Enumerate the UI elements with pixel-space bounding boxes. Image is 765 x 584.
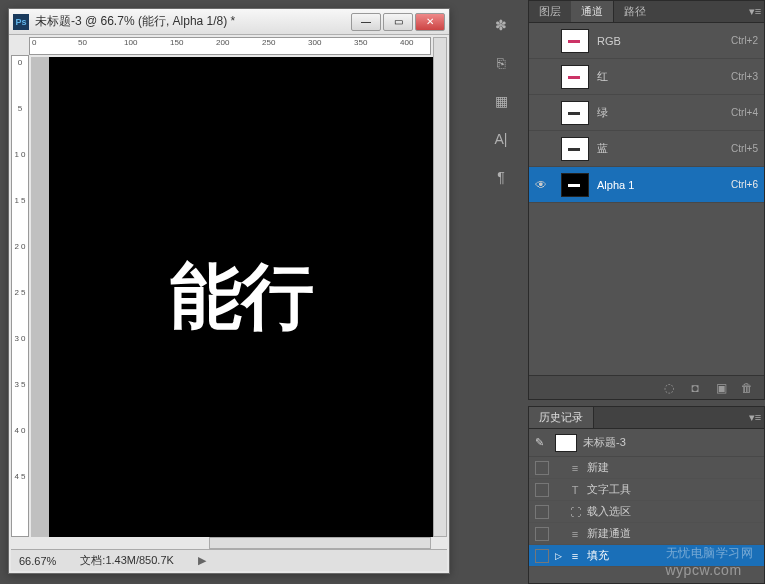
channel-list: RGB Ctrl+2 红 Ctrl+3 绿 Ctrl+4 蓝 Ctrl+5 👁 … — [529, 23, 764, 203]
panel-tabs: 历史记录 ▾≡ — [529, 407, 764, 429]
canvas-text: 能行 — [170, 249, 314, 345]
channel-thumbnail[interactable] — [561, 173, 589, 197]
panel-tabs: 图层 通道 路径 ▾≡ — [529, 1, 764, 23]
canvas-viewport[interactable]: 能行 — [31, 57, 431, 537]
channel-name: RGB — [597, 35, 731, 47]
channel-name: Alpha 1 — [597, 179, 731, 191]
history-step[interactable]: ▷ ≡ 填充 — [529, 545, 764, 567]
ruler-horizontal[interactable]: 0501001502002503003504004505005506 — [29, 37, 431, 55]
channel-shortcut: Ctrl+4 — [731, 107, 758, 118]
channel-thumbnail[interactable] — [561, 101, 589, 125]
channel-thumbnail[interactable] — [561, 65, 589, 89]
minimize-button[interactable]: — — [351, 13, 381, 31]
document-icon: ≡ — [567, 550, 583, 562]
history-step-label: 新建 — [587, 460, 609, 475]
brush-panel-icon[interactable]: ✽ — [490, 14, 512, 36]
window-title: 未标题-3 @ 66.7% (能行, Alpha 1/8) * — [35, 13, 351, 30]
titlebar[interactable]: Ps 未标题-3 @ 66.7% (能行, Alpha 1/8) * — ▭ ✕ — [9, 9, 449, 35]
brush-icon: ✎ — [535, 436, 549, 449]
history-step-label: 填充 — [587, 548, 609, 563]
save-selection-icon[interactable]: ◘ — [686, 379, 704, 397]
history-step-label: 文字工具 — [587, 482, 631, 497]
text-tool-icon: T — [567, 484, 583, 496]
history-step[interactable]: ⛶ 载入选区 — [529, 501, 764, 523]
history-list: ≡ 新建 T 文字工具 ⛶ 载入选区 ≡ 新建通道 ▷ ≡ 填充 — [529, 457, 764, 567]
status-bar: 66.67% 文档:1.43M/850.7K ▶ — [11, 549, 447, 571]
delete-channel-icon[interactable]: 🗑 — [738, 379, 756, 397]
window-controls: — ▭ ✕ — [351, 13, 445, 31]
character-panel-icon[interactable]: A| — [490, 128, 512, 150]
status-arrow-icon[interactable]: ▶ — [198, 554, 206, 567]
selection-icon: ⛶ — [567, 506, 583, 518]
channels-panel-footer: ◌ ◘ ▣ 🗑 — [529, 375, 764, 399]
channel-row-rgb[interactable]: RGB Ctrl+2 — [529, 23, 764, 59]
history-panel: 历史记录 ▾≡ ✎ 未标题-3 ≡ 新建 T 文字工具 ⛶ 载入选区 ≡ — [528, 406, 765, 584]
tab-channels[interactable]: 通道 — [571, 1, 614, 22]
history-step[interactable]: ≡ 新建 — [529, 457, 764, 479]
channel-shortcut: Ctrl+6 — [731, 179, 758, 190]
snapshot-name: 未标题-3 — [583, 435, 626, 450]
doc-info[interactable]: 文档:1.43M/850.7K — [80, 553, 174, 568]
channel-name: 红 — [597, 69, 731, 84]
close-button[interactable]: ✕ — [415, 13, 445, 31]
document-icon: ≡ — [567, 528, 583, 540]
channel-row-red[interactable]: 红 Ctrl+3 — [529, 59, 764, 95]
paragraph-panel-icon[interactable]: ¶ — [490, 166, 512, 188]
document-window: Ps 未标题-3 @ 66.7% (能行, Alpha 1/8) * — ▭ ✕… — [8, 8, 450, 574]
clone-panel-icon[interactable]: ⎘ — [490, 52, 512, 74]
document-icon: ≡ — [567, 462, 583, 474]
channel-row-blue[interactable]: 蓝 Ctrl+5 — [529, 131, 764, 167]
panel-menu-icon[interactable]: ▾≡ — [746, 407, 764, 428]
snapshot-thumbnail[interactable] — [555, 434, 577, 452]
channel-row-alpha1[interactable]: 👁 Alpha 1 Ctrl+6 — [529, 167, 764, 203]
channel-name: 蓝 — [597, 141, 731, 156]
history-step-label: 新建通道 — [587, 526, 631, 541]
channel-name: 绿 — [597, 105, 731, 120]
history-step[interactable]: T 文字工具 — [529, 479, 764, 501]
canvas[interactable]: 能行 — [49, 57, 435, 537]
tab-layers[interactable]: 图层 — [529, 1, 571, 22]
channel-row-green[interactable]: 绿 Ctrl+4 — [529, 95, 764, 131]
history-snapshot-row[interactable]: ✎ 未标题-3 — [529, 429, 764, 457]
history-step-label: 载入选区 — [587, 504, 631, 519]
scrollbar-horizontal[interactable] — [209, 537, 431, 549]
history-source-toggle[interactable] — [535, 505, 549, 519]
channel-thumbnail[interactable] — [561, 29, 589, 53]
tab-history[interactable]: 历史记录 — [529, 407, 594, 428]
zoom-level[interactable]: 66.67% — [19, 555, 56, 567]
history-source-toggle[interactable] — [535, 461, 549, 475]
history-step[interactable]: ≡ 新建通道 — [529, 523, 764, 545]
new-channel-icon[interactable]: ▣ — [712, 379, 730, 397]
maximize-button[interactable]: ▭ — [383, 13, 413, 31]
swatches-panel-icon[interactable]: ▦ — [490, 90, 512, 112]
channel-thumbnail[interactable] — [561, 137, 589, 161]
load-selection-icon[interactable]: ◌ — [660, 379, 678, 397]
ruler-vertical[interactable]: 051 01 52 02 53 03 54 04 5 — [11, 55, 29, 537]
channel-shortcut: Ctrl+5 — [731, 143, 758, 154]
visibility-toggle[interactable]: 👁 — [535, 178, 553, 192]
panel-menu-icon[interactable]: ▾≡ — [746, 1, 764, 22]
history-source-toggle[interactable] — [535, 483, 549, 497]
tab-paths[interactable]: 路径 — [614, 1, 656, 22]
scrollbar-vertical[interactable] — [433, 37, 447, 537]
channel-shortcut: Ctrl+3 — [731, 71, 758, 82]
collapsed-panels-dock: ✽ ⎘ ▦ A| ¶ — [490, 8, 518, 188]
app-icon: Ps — [13, 14, 29, 30]
channels-panel: 图层 通道 路径 ▾≡ RGB Ctrl+2 红 Ctrl+3 绿 Ctrl+4… — [528, 0, 765, 400]
channel-shortcut: Ctrl+2 — [731, 35, 758, 46]
history-source-toggle[interactable] — [535, 527, 549, 541]
current-step-marker: ▷ — [555, 551, 565, 561]
history-source-toggle[interactable] — [535, 549, 549, 563]
